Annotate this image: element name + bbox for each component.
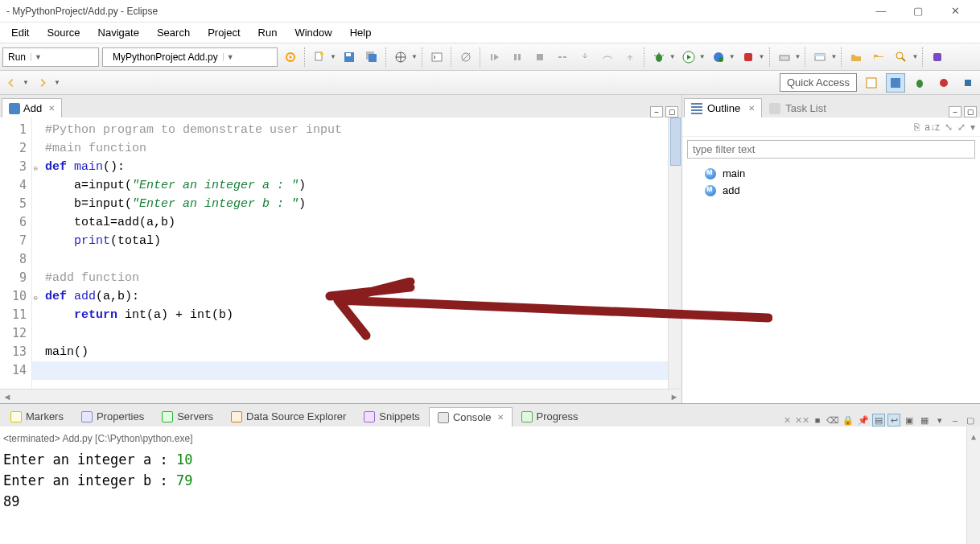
menu-item[interactable]: Source: [39, 24, 88, 41]
resume-icon[interactable]: [485, 47, 504, 67]
save-all-icon[interactable]: [362, 47, 381, 67]
horizontal-scrollbar[interactable]: ◄ ►: [0, 389, 681, 403]
menu-item[interactable]: Window: [286, 24, 340, 41]
show-console-icon[interactable]: ▤: [872, 414, 885, 427]
menu-icon[interactable]: ▾: [933, 414, 946, 427]
vertical-scrollbar[interactable]: [668, 117, 681, 389]
dropdown-icon[interactable]: ▼: [411, 53, 418, 60]
perspective-debug-icon[interactable]: [910, 73, 929, 93]
run-icon[interactable]: [679, 47, 698, 67]
perspective-pydev-icon[interactable]: [886, 73, 905, 93]
tab-snippets[interactable]: Snippets: [355, 406, 429, 427]
tab-markers[interactable]: Markers: [2, 406, 72, 427]
outline-item-main[interactable]: main: [689, 165, 974, 182]
display-icon[interactable]: ▦: [918, 414, 931, 427]
scroll-right-arrow[interactable]: ►: [667, 392, 681, 402]
minimize-view-button[interactable]: –: [949, 106, 961, 117]
minimize-view-button[interactable]: –: [650, 106, 663, 117]
dropdown-icon[interactable]: ▼: [330, 53, 336, 60]
outline-item-add[interactable]: add: [689, 182, 974, 199]
tab-data-source-explorer[interactable]: Data Source Explorer: [222, 406, 355, 427]
collapse-icon[interactable]: ⤡: [945, 122, 953, 133]
expand-icon[interactable]: ⤢: [957, 122, 966, 133]
minimize-button[interactable]: —: [863, 0, 900, 23]
menu-item[interactable]: Navigate: [90, 24, 147, 41]
new-web-icon[interactable]: [810, 47, 830, 67]
menu-item[interactable]: Run: [250, 24, 286, 41]
disconnect-icon[interactable]: [553, 47, 572, 67]
console-output[interactable]: <terminated> Add.py [C:\Python\python.ex…: [0, 427, 980, 544]
dropdown-icon[interactable]: ▼: [830, 53, 837, 60]
tab-console[interactable]: Console✕: [429, 407, 513, 427]
console-scrollbar[interactable]: ▲: [966, 427, 980, 544]
new-server-icon[interactable]: [775, 47, 794, 67]
folder-open-icon[interactable]: [869, 47, 888, 67]
menu-item[interactable]: Search: [149, 24, 198, 41]
maximize-view-button[interactable]: ▢: [964, 106, 977, 117]
perspective-open-icon[interactable]: [862, 73, 881, 93]
outline-filter-input[interactable]: [687, 140, 975, 159]
tab-progress[interactable]: Progress: [513, 406, 587, 427]
code-area[interactable]: #Python program to demonstrate user inpu…: [32, 117, 681, 389]
editor-tab-add[interactable]: Add ✕: [2, 98, 62, 117]
tab-task-list[interactable]: Task List: [762, 98, 834, 117]
skip-breakpoints-icon[interactable]: [456, 47, 476, 67]
maximize-view-button[interactable]: ▢: [665, 106, 678, 117]
suspend-icon[interactable]: [508, 47, 527, 67]
terminate-icon[interactable]: ■: [811, 414, 824, 427]
clear-icon[interactable]: ⌫: [826, 414, 839, 427]
dropdown-icon[interactable]: ▼: [23, 79, 29, 86]
gear-icon[interactable]: [281, 47, 300, 67]
scroll-left-arrow[interactable]: ◄: [0, 392, 14, 402]
run-mode-selector[interactable]: Run ▼: [2, 47, 99, 67]
scrollbar-thumb[interactable]: [670, 117, 681, 166]
run-server-icon[interactable]: [709, 47, 728, 67]
dropdown-icon[interactable]: ▼: [699, 53, 706, 60]
dropdown-icon[interactable]: ▼: [729, 53, 735, 60]
tab-properties[interactable]: Properties: [72, 406, 153, 427]
task-icon[interactable]: [928, 47, 947, 67]
scroll-lock-icon[interactable]: 🔒: [842, 414, 854, 427]
step-return-icon[interactable]: [620, 47, 640, 67]
close-icon[interactable]: ✕: [748, 104, 755, 113]
maximize-button[interactable]: ▢: [900, 0, 937, 23]
search-icon[interactable]: [891, 47, 911, 67]
editor-body[interactable]: 1234567891011121314 #Python program to d…: [0, 117, 681, 389]
menu-item[interactable]: Edit: [3, 24, 37, 41]
scroll-up-arrow[interactable]: ▲: [967, 427, 980, 439]
word-wrap-icon[interactable]: ↩: [887, 414, 900, 427]
globe-icon[interactable]: [391, 47, 410, 67]
pin-icon[interactable]: 📌: [857, 414, 870, 427]
remove-all-icon[interactable]: ✕✕: [796, 414, 809, 427]
dropdown-icon[interactable]: ▼: [54, 79, 60, 86]
debug-icon[interactable]: [649, 47, 669, 67]
menu-item[interactable]: Project: [200, 24, 248, 41]
terminate-icon[interactable]: [530, 47, 550, 67]
menu-item[interactable]: Help: [342, 24, 380, 41]
close-icon[interactable]: ✕: [497, 413, 504, 422]
launch-config-selector[interactable]: MyPythonProject Add.py ▼: [102, 47, 278, 67]
close-icon[interactable]: ✕: [48, 104, 55, 113]
tab-servers[interactable]: Servers: [153, 406, 222, 427]
remove-launch-icon[interactable]: ✕: [780, 414, 793, 427]
tab-outline[interactable]: Outline ✕: [684, 98, 762, 117]
dropdown-icon[interactable]: ▼: [912, 53, 918, 60]
open-console-icon[interactable]: ▣: [903, 414, 916, 427]
dropdown-icon[interactable]: ▼: [669, 53, 676, 60]
forward-button[interactable]: [34, 74, 51, 92]
perspective-python-icon[interactable]: [958, 73, 978, 93]
terminal-icon[interactable]: [427, 47, 447, 67]
new-icon[interactable]: [310, 47, 329, 67]
save-icon[interactable]: [340, 47, 359, 67]
quick-access-field[interactable]: Quick Access: [780, 73, 857, 92]
external-tools-icon[interactable]: [739, 47, 758, 67]
back-button[interactable]: [2, 74, 20, 92]
sort-icon[interactable]: ⎘: [914, 122, 920, 133]
perspective-java-icon[interactable]: [934, 73, 953, 93]
maximize-view-button[interactable]: ▢: [964, 414, 977, 427]
menu-icon[interactable]: ▾: [970, 122, 975, 133]
minimize-view-button[interactable]: –: [949, 414, 961, 427]
folder-icon[interactable]: [846, 47, 866, 67]
step-into-icon[interactable]: [575, 47, 595, 67]
close-button[interactable]: ✕: [937, 0, 974, 23]
